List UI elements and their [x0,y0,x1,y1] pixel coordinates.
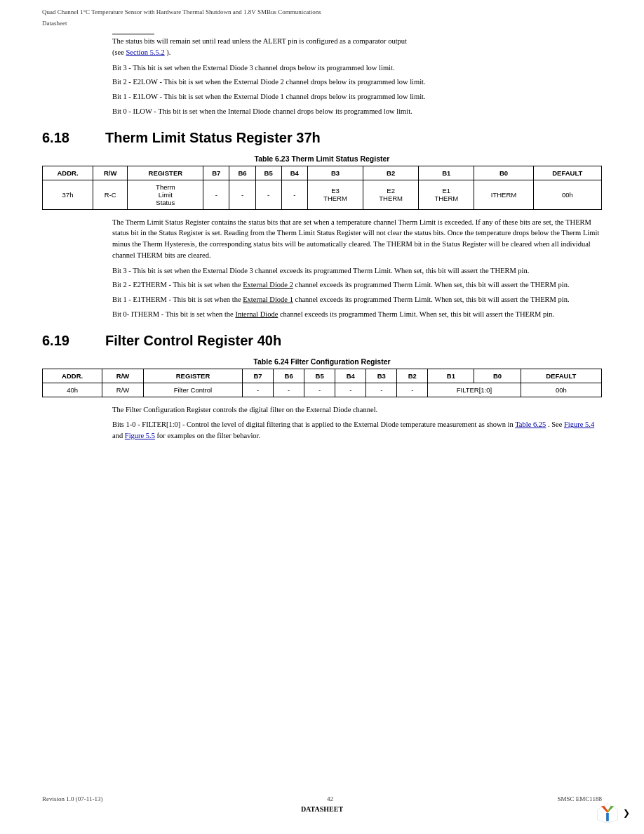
bit1-text: Bit 1 - E1THERM - This bit is set when t… [112,296,241,303]
bit2-rest: channel exceeds its programmed Therm Lim… [295,281,570,289]
and-text: and [112,432,123,439]
section-618-bit3: Bit 3 - This bit is set when the Externa… [42,265,602,277]
section-619-heading: 6.19 Filter Control Register 40h [42,333,602,349]
col-b1: B1 [428,369,474,383]
section-618-heading: 6.18 Therm Limit Status Register 37h [42,130,602,146]
intro-section-link[interactable]: Section 5.5.2 [126,48,165,56]
cell-b7: - [203,180,229,209]
bit0-text: Bit 0- ITHERM - This bit is set when the [112,310,234,318]
header-subtitle: Datasheet [42,20,67,27]
cell-b6: - [274,383,304,397]
table-623-header-row: ADDR. R/W REGISTER B7 B6 B5 B4 B3 B2 B1 … [43,166,602,180]
table-624-title: Table 6.24 Filter Configuration Register [42,357,602,366]
col-b1: B1 [419,166,474,180]
cell-b2: - [397,383,428,397]
page-footer: Revision 1.0 (07-11-13) 42 SMSC EMC1188 … [0,795,644,813]
col-b6: B6 [274,369,304,383]
header-title: Quad Channel 1°C Temperature Sensor with… [42,8,321,15]
col-b5: B5 [304,369,335,383]
bit0-link[interactable]: Internal Diode [235,310,278,318]
intro-line3: ). [166,48,170,56]
cell-b1b0: FILTER[1:0] [428,383,521,397]
table-623-title: Table 6.23 Therm Limit Status Register [42,154,602,163]
cell-b4: - [281,180,307,209]
col-b4: B4 [281,166,307,180]
cell-b0: ITHERM [474,180,533,209]
col-b0: B0 [474,369,521,383]
bit2-text: Bit 2 - E2THERM - This bit is set when t… [112,281,241,289]
cell-b4: - [335,383,366,397]
col-b6: B6 [229,166,255,180]
section-618-para1: The Therm Limit Status Register contains… [42,217,602,261]
cell-b3: E3THERM [307,180,363,209]
footer-datasheet: DATASHEET [42,805,602,813]
bit0-rest: channel exceeds its programmed Therm Lim… [280,310,554,318]
section-618-bit0: Bit 0- ITHERM - This bit is set when the… [42,309,602,320]
col-default: DEFAULT [521,369,601,383]
bit2-link[interactable]: External Diode 2 [243,281,293,289]
bits-text: Bits 1-0 - FILTER[1:0] - Control the lev… [112,421,514,428]
col-b7: B7 [243,369,274,383]
footer-line: Revision 1.0 (07-11-13) 42 SMSC EMC1188 [42,795,602,802]
page-subheader: Datasheet [0,18,644,34]
section-618-bit2: Bit 2 - E2THERM - This bit is set when t… [42,279,602,291]
table-624-header-row: ADDR. R/W REGISTER B7 B6 B5 B4 B3 B2 B1 … [43,369,602,383]
col-addr: ADDR. [43,166,93,180]
fig1-link[interactable]: Figure 5.4 [564,421,594,428]
cell-b5: - [255,180,281,209]
cell-b1: E1THERM [419,180,474,209]
cell-b2: E2THERM [363,180,419,209]
table-624: ADDR. R/W REGISTER B7 B6 B5 B4 B3 B2 B1 … [42,369,602,397]
col-b3: B3 [366,369,397,383]
nav-arrow[interactable]: ❯ [623,808,630,819]
section-619-para1: The Filter Configuration Register contro… [42,404,602,416]
intro-paragraph: The status bits will remain set until re… [42,36,602,58]
cell-b3: - [366,383,397,397]
section-618-bit1: Bit 1 - E1THERM - This bit is set when t… [42,294,602,305]
table-row: 37h R-C ThermLimitStatus - - - - E3THERM… [43,180,602,209]
table-623: ADDR. R/W REGISTER B7 B6 B5 B4 B3 B2 B1 … [42,166,602,210]
intro-bit0: Bit 0 - ILOW - This bit is set when the … [42,106,602,117]
table-625-link[interactable]: Table 6.25 [515,421,546,428]
section-618-num: 6.18 [42,130,84,146]
mid-text: . See [548,421,562,428]
col-rw: R/W [102,369,144,383]
logo-area: ❯ [595,799,630,827]
col-b0: B0 [474,166,533,180]
col-b2: B2 [397,369,428,383]
page: Quad Channel 1°C Temperature Sensor with… [0,0,644,834]
page-header: Quad Channel 1°C Temperature Sensor with… [0,0,644,18]
cell-b6: - [229,180,255,209]
section-619-title: Filter Control Register 40h [105,333,281,349]
overline-divider [112,34,154,34]
cell-b7: - [243,383,274,397]
section-619-bits: Bits 1-0 - FILTER[1:0] - Control the lev… [42,419,602,442]
col-register: REGISTER [143,369,242,383]
col-default: DEFAULT [533,166,601,180]
intro-bit2: Bit 2 - E2LOW - This bit is set when the… [42,77,602,88]
col-b4: B4 [335,369,366,383]
col-b3: B3 [307,166,363,180]
company-logo [595,801,620,826]
bit1-link[interactable]: External Diode 1 [243,296,293,303]
intro-bit1: Bit 1 - E1LOW - This bit is set when the… [42,91,602,102]
cell-default: 00h [521,383,601,397]
table-row: 40h R/W Filter Control - - - - - - FILTE… [43,383,602,397]
cell-register: ThermLimitStatus [128,180,203,209]
cell-addr: 37h [43,180,93,209]
intro-bit3: Bit 3 - This bit is set when the Externa… [42,62,602,74]
end-text: for examples on the filter behavior. [157,432,261,439]
intro-line2: (see [112,48,124,56]
col-b2: B2 [363,166,419,180]
col-b7: B7 [203,166,229,180]
intro-line1: The status bits will remain set until re… [112,37,407,45]
fig2-link[interactable]: Figure 5.5 [125,432,155,439]
cell-default: 00h [533,180,601,209]
bit1-rest: channel exceeds its programmed Therm Lim… [295,296,570,303]
footer-left: Revision 1.0 (07-11-13) [42,795,102,802]
cell-b5: - [304,383,335,397]
main-content: The status bits will remain set until re… [0,34,644,442]
col-rw: R/W [93,166,127,180]
cell-register: Filter Control [143,383,242,397]
cell-rw: R/W [102,383,144,397]
